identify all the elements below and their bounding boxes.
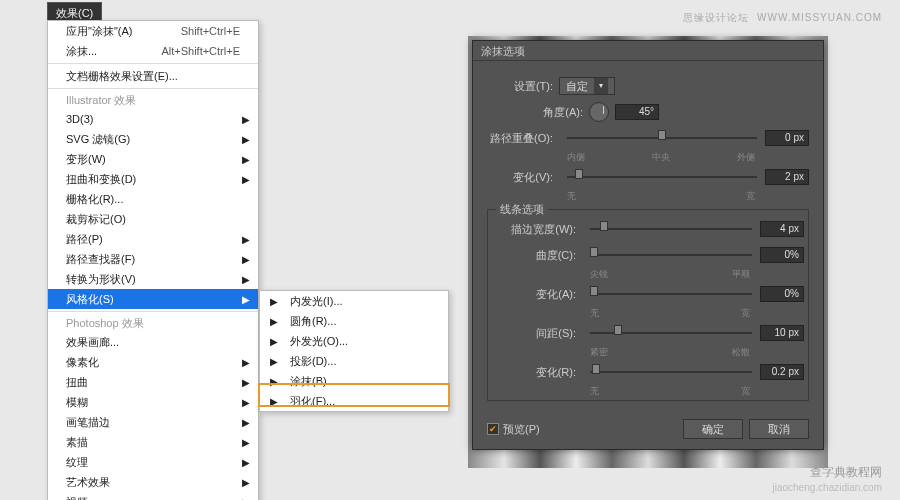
menu-smear-label: 涂抹... [66,44,97,59]
menu-ps-sketch[interactable]: 素描▶ [48,432,258,452]
menu-svg-filter[interactable]: SVG 滤镜(G)▶ [48,129,258,149]
chevron-right-icon: ▶ [242,457,250,468]
menu-ps-video[interactable]: 视频▶ [48,492,258,500]
chevron-right-icon: ▶ [242,497,250,501]
chevron-right-icon: ▶ [242,377,250,388]
chevron-right-icon: ▶ [242,274,250,285]
chevron-right-icon: ▶ [242,417,250,428]
effects-menu: 应用"涂抹"(A) Shift+Ctrl+E 涂抹... Alt+Shift+C… [47,20,259,500]
var1-label: 变化(V): [487,170,559,185]
scribble-options-dialog: 涂抹选项 设置(T): 自定▾ 角度(A): 45° 路径重叠(O): 0 px… [472,40,824,450]
menu-cropmarks[interactable]: 裁剪标记(O) [48,209,258,229]
menu-header-photoshop: Photoshop 效果 [48,314,258,332]
menu-stylize[interactable]: 风格化(S)▶ [48,289,258,309]
watermark-bottom: 查字典教程网 jiaocheng.chazidian.com [772,465,882,494]
menu-smear[interactable]: 涂抹... Alt+Shift+Ctrl+E [48,41,258,61]
preview-checkbox[interactable]: ✔ [487,423,499,435]
watermark-top: 思缘设计论坛WWW.MISSYUAN.COM [675,10,882,25]
chevron-right-icon: ▶ [242,357,250,368]
angle-label: 角度(A): [517,105,589,120]
var3-slider[interactable] [590,368,752,376]
preview-label: 预览(P) [503,422,540,437]
chevron-right-icon: ▶ [270,316,278,327]
cancel-button[interactable]: 取消 [749,419,809,439]
menu-ps-artistic[interactable]: 艺术效果▶ [48,472,258,492]
group-legend: 线条选项 [496,202,548,217]
overlap-slider[interactable] [567,134,757,142]
chevron-right-icon: ▶ [242,397,250,408]
var2-input[interactable]: 0% [760,286,804,302]
chevron-right-icon: ▶ [242,254,250,265]
chevron-right-icon: ▶ [270,396,278,407]
separator [48,311,258,312]
overlap-label: 路径重叠(O): [487,131,559,146]
menu-rasterize[interactable]: 栅格化(R)... [48,189,258,209]
line-options-group: 线条选项 描边宽度(W): 4 px 曲度(C): 0% 尖锐平顺 变化(A):… [487,209,809,401]
curve-slider[interactable] [590,251,752,259]
menu-apply-label: 应用"涂抹"(A) [66,24,132,39]
menu-doc-raster[interactable]: 文档栅格效果设置(E)... [48,66,258,86]
angle-dial[interactable] [589,102,609,122]
submenu-outer-glow[interactable]: ▶外发光(O)... [260,331,448,351]
chevron-right-icon: ▶ [270,356,278,367]
menu-ps-blur[interactable]: 模糊▶ [48,392,258,412]
submenu-inner-glow[interactable]: ▶内发光(I)... [260,291,448,311]
preset-label: 设置(T): [487,79,559,94]
submenu-scribble[interactable]: ▶涂抹(B)... [260,371,448,391]
shortcut-label: Alt+Shift+Ctrl+E [161,45,240,57]
var2-label: 变化(A): [492,287,582,302]
menu-distort[interactable]: 扭曲和变换(D)▶ [48,169,258,189]
angle-input[interactable]: 45° [615,104,659,120]
menu-pathfinder[interactable]: 路径查找器(F)▶ [48,249,258,269]
var3-input[interactable]: 0.2 px [760,364,804,380]
chevron-right-icon: ▶ [242,477,250,488]
menu-ps-pixelate[interactable]: 像素化▶ [48,352,258,372]
chevron-right-icon: ▶ [270,296,278,307]
width-slider[interactable] [590,225,752,233]
chevron-right-icon: ▶ [242,437,250,448]
dialog-title: 涂抹选项 [473,41,823,61]
spacing-slider[interactable] [590,329,752,337]
curve-input[interactable]: 0% [760,247,804,263]
menu-apply[interactable]: 应用"涂抹"(A) Shift+Ctrl+E [48,21,258,41]
separator [48,63,258,64]
menu-ps-distort[interactable]: 扭曲▶ [48,372,258,392]
menu-path[interactable]: 路径(P)▶ [48,229,258,249]
menu-3d[interactable]: 3D(3)▶ [48,109,258,129]
submenu-round-corners[interactable]: ▶圆角(R)... [260,311,448,331]
var3-label: 变化(R): [492,365,582,380]
preset-select[interactable]: 自定▾ [559,77,615,95]
menu-ps-gallery[interactable]: 效果画廊... [48,332,258,352]
submenu-drop-shadow[interactable]: ▶投影(D)... [260,351,448,371]
chevron-right-icon: ▶ [242,234,250,245]
curve-label: 曲度(C): [492,248,582,263]
spacing-input[interactable]: 10 px [760,325,804,341]
menu-warp[interactable]: 变形(W)▶ [48,149,258,169]
chevron-right-icon: ▶ [242,114,250,125]
spacing-label: 间距(S): [492,326,582,341]
var1-input[interactable]: 2 px [765,169,809,185]
chevron-right-icon: ▶ [270,376,278,387]
chevron-right-icon: ▶ [242,294,250,305]
chevron-right-icon: ▶ [270,336,278,347]
chevron-right-icon: ▶ [242,174,250,185]
menu-convert-shape[interactable]: 转换为形状(V)▶ [48,269,258,289]
var1-slider[interactable] [567,173,757,181]
submenu-feather[interactable]: ▶羽化(F)... [260,391,448,411]
menu-ps-brush[interactable]: 画笔描边▶ [48,412,258,432]
ok-button[interactable]: 确定 [683,419,743,439]
chevron-down-icon: ▾ [594,78,608,94]
stylize-submenu: ▶内发光(I)... ▶圆角(R)... ▶外发光(O)... ▶投影(D)..… [259,290,449,412]
chevron-right-icon: ▶ [242,134,250,145]
var2-slider[interactable] [590,290,752,298]
shortcut-label: Shift+Ctrl+E [181,25,240,37]
chevron-right-icon: ▶ [242,154,250,165]
width-input[interactable]: 4 px [760,221,804,237]
menu-ps-texture[interactable]: 纹理▶ [48,452,258,472]
menu-header-illustrator: Illustrator 效果 [48,91,258,109]
overlap-input[interactable]: 0 px [765,130,809,146]
width-label: 描边宽度(W): [492,222,582,237]
separator [48,88,258,89]
